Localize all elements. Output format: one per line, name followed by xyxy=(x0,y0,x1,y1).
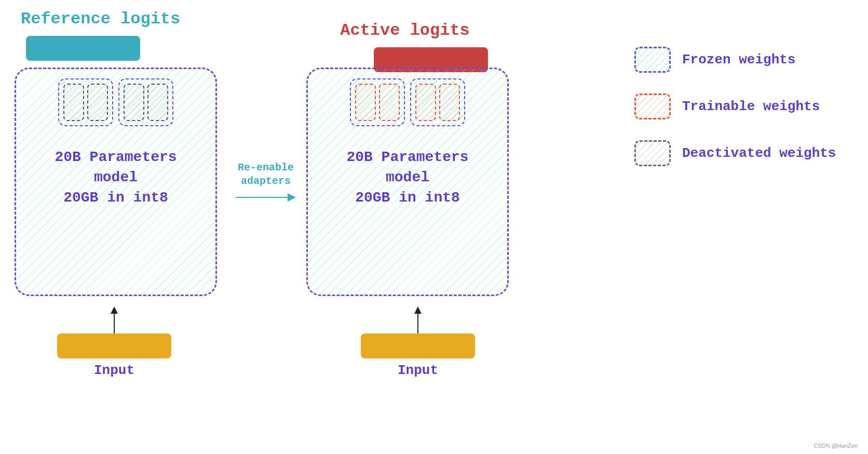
frozen-icon xyxy=(634,47,671,73)
right-adapter-card-4 xyxy=(439,84,460,121)
right-input-section: Input xyxy=(361,306,475,378)
right-model-label: 20B Parameters model 20GB in int8 xyxy=(346,147,468,208)
diagram: Reference logits 20B Parameters model 20… xyxy=(0,0,868,454)
right-adapter-card-1 xyxy=(355,84,376,121)
trainable-icon xyxy=(634,94,671,119)
reenable-arrow-section: Re-enableadapters xyxy=(224,161,307,202)
reenable-label: Re-enableadapters xyxy=(238,161,294,188)
left-arrow-line xyxy=(114,313,115,333)
right-arrow-line xyxy=(417,313,418,333)
right-adapter-card-2 xyxy=(379,84,400,121)
left-model-label: 20B Parameters model 20GB in int8 xyxy=(55,147,177,208)
right-adapter-group-2 xyxy=(410,78,465,126)
right-model-box: 20B Parameters model 20GB in int8 xyxy=(306,68,509,296)
left-input-bar xyxy=(57,333,171,358)
legend-frozen: Frozen weights xyxy=(634,47,852,73)
frozen-label: Frozen weights xyxy=(682,52,795,68)
left-input-section: Input xyxy=(57,306,171,378)
left-adapters-row xyxy=(58,78,173,126)
legend: Frozen weights Trainable weights Deactiv… xyxy=(634,47,852,166)
right-adapters-row xyxy=(350,78,465,126)
left-model-box: 20B Parameters model 20GB in int8 xyxy=(15,68,217,296)
deactivated-icon xyxy=(634,140,671,166)
right-adapter-card-3 xyxy=(415,84,436,121)
left-adapter-card-3 xyxy=(124,84,144,121)
h-arrow-line xyxy=(236,197,288,198)
left-adapter-card-2 xyxy=(87,84,108,121)
active-logits-title: Active logits xyxy=(322,21,488,40)
right-input-label: Input xyxy=(398,363,438,378)
left-input-label: Input xyxy=(94,363,134,378)
reference-logits-title: Reference logits xyxy=(21,9,180,70)
left-adapter-group-2 xyxy=(118,78,173,126)
legend-trainable: Trainable weights xyxy=(634,94,852,119)
trainable-label: Trainable weights xyxy=(682,99,820,114)
h-arrow-head xyxy=(288,193,296,202)
watermark: CSDN @HanZee xyxy=(813,443,858,449)
reference-logits-bar xyxy=(26,36,140,61)
left-adapter-card-4 xyxy=(147,84,168,121)
deactivated-label: Deactivated weights xyxy=(682,145,836,161)
legend-deactivated: Deactivated weights xyxy=(634,140,852,166)
left-adapter-card-1 xyxy=(63,84,84,121)
right-input-bar xyxy=(361,333,475,358)
horizontal-arrow xyxy=(236,193,296,202)
left-adapter-group-1 xyxy=(58,78,113,126)
right-adapter-group-1 xyxy=(350,78,405,126)
